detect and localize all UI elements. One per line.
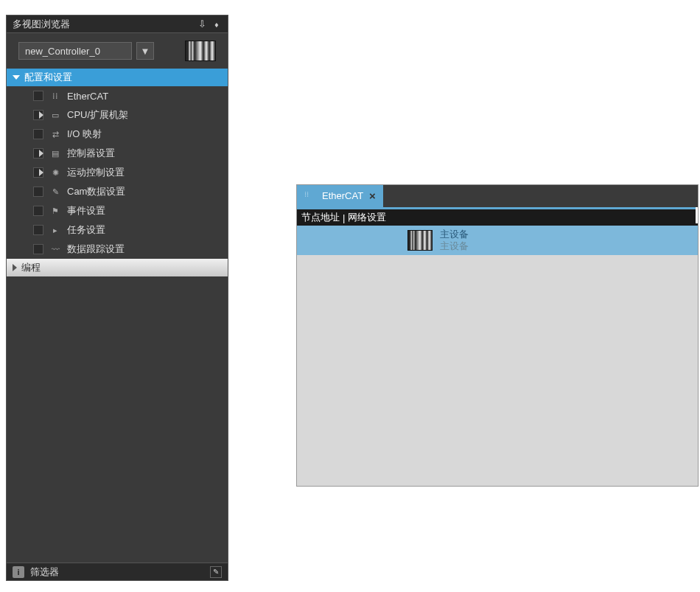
tree-item-motion[interactable]: ✺ 运动控制设置 [7,163,228,182]
config-section-header[interactable]: 配置和设置 [7,69,228,86]
programming-section-label: 编程 [21,261,41,274]
ethercat-icon: ⁞⁞ [304,190,316,201]
chevron-right-icon [13,264,17,271]
sidebar-footer: i 筛选器 ✎ [7,563,228,580]
tree-item-checkbox[interactable] [33,129,43,139]
controller-dropdown[interactable]: new_Controller_0 [18,42,132,60]
device-icon [407,230,433,251]
panel-right-edge [696,207,698,223]
cam-icon: ✎ [49,187,61,197]
config-section-label: 配置和设置 [24,71,72,84]
tree-item-controller-settings[interactable]: ▤ 控制器设置 [7,144,228,163]
flag-icon: ⚑ [49,206,61,216]
chevron-right-icon [39,111,43,119]
chevron-right-icon [39,150,43,157]
tree-item-checkbox[interactable] [33,91,43,101]
tree-item-trace[interactable]: 〰 数据跟踪设置 [7,240,228,259]
tree-item-cpu[interactable]: ▭ CPU/扩展机架 [7,105,228,125]
controller-selector-row: new_Controller_0 ▼ [7,33,228,69]
tree-item-io[interactable]: ⇄ I/O 映射 [7,125,228,144]
info-icon[interactable]: i [13,566,24,578]
column-headers: 节点地址 | 网络设置 [297,209,698,226]
task-icon: ▸ [49,225,61,235]
controller-selected-label: new_Controller_0 [25,46,100,57]
col-network-config[interactable]: 网络设置 [348,211,386,224]
tree-item-checkbox[interactable] [33,187,43,197]
filter-label[interactable]: 筛选器 [30,565,59,579]
tree-item-label: 数据跟踪设置 [67,243,125,256]
tree-item-checkbox[interactable] [33,225,43,235]
motion-icon: ✺ [49,167,61,178]
programming-section-header[interactable]: 编程 [7,259,228,276]
controller-dropdown-button[interactable]: ▼ [136,42,154,60]
col-divider: | [343,212,345,223]
close-icon[interactable]: × [369,189,376,202]
device-primary-label: 主设备 [440,229,469,240]
tree-view: 配置和设置 ⁞⁞ EtherCAT ▭ CPU/扩展机架 ⇄ I/O 映射 ▤ … [7,69,228,563]
tree-item-checkbox[interactable] [33,206,43,216]
chevron-down-icon [13,75,20,80]
trace-icon: 〰 [49,244,61,254]
panel-titlebar: 多视图浏览器 ⇩ ⬧ [7,15,228,33]
tree-item-label: Cam数据设置 [67,185,125,198]
device-labels: 主设备 主设备 [440,229,469,251]
tree-item-ethercat[interactable]: ⁞⁞ EtherCAT [7,86,228,105]
panel-title: 多视图浏览器 [13,18,70,31]
tree-item-label: EtherCAT [67,91,108,102]
multiview-browser-panel: 多视图浏览器 ⇩ ⬧ new_Controller_0 ▼ 配置和设置 ⁞⁞ E… [6,15,228,581]
tree-item-label: 事件设置 [67,204,105,217]
editor-content-area [297,255,698,486]
autohide-icon[interactable]: ⇩ [197,18,207,29]
ethercat-icon: ⁞⁞ [49,91,61,101]
tree-item-task[interactable]: ▸ 任务设置 [7,220,228,240]
tree-item-event[interactable]: ⚑ 事件设置 [7,201,228,220]
tree-item-label: 控制器设置 [67,147,115,160]
tree-item-label: I/O 映射 [67,128,102,141]
tree-item-label: 任务设置 [67,223,105,237]
filter-pin-icon[interactable]: ✎ [210,566,222,578]
tab-bar: ⁞⁞ EtherCAT × [297,185,698,207]
tree-item-label: 运动控制设置 [67,166,125,179]
tree-item-label: CPU/扩展机架 [67,108,128,122]
io-icon: ⇄ [49,129,61,139]
pin-icon[interactable]: ⬧ [211,18,222,29]
master-device-row[interactable]: 主设备 主设备 [297,226,698,255]
tree-item-checkbox[interactable] [33,244,43,254]
cpu-icon: ▭ [49,110,61,120]
controller-device-icon[interactable] [185,41,216,61]
ethercat-editor-panel: ⁞⁞ EtherCAT × 节点地址 | 网络设置 主设备 主设备 [296,184,699,487]
tree-item-cam[interactable]: ✎ Cam数据设置 [7,182,228,201]
col-node-address[interactable]: 节点地址 [301,211,340,224]
device-secondary-label: 主设备 [440,240,469,252]
tab-label: EtherCAT [322,190,363,201]
chevron-right-icon [39,169,43,176]
settings-icon: ▤ [49,148,61,159]
tab-ethercat[interactable]: ⁞⁞ EtherCAT × [297,185,383,207]
